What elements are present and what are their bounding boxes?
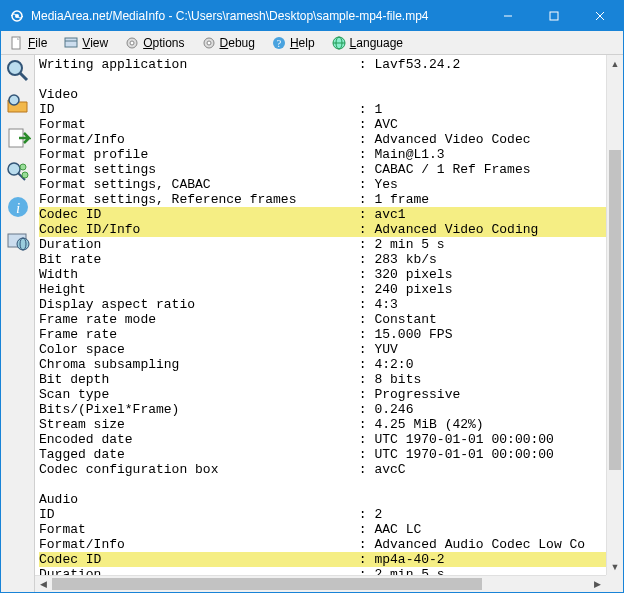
scrollbar-corner — [606, 575, 623, 592]
info-row: Bit depth : 8 bits — [39, 372, 623, 387]
menu-debug-label: Debug — [220, 36, 255, 50]
menu-help-label: Help — [290, 36, 315, 50]
svg-rect-7 — [65, 38, 77, 47]
info-row: Color space : YUV — [39, 342, 623, 357]
svg-text:i: i — [15, 200, 19, 216]
sidebar-open-folder-button[interactable] — [4, 91, 32, 119]
menu-debug[interactable]: Debug — [197, 33, 259, 53]
window-titlebar: MediaArea.net/MediaInfo - C:\Users\rames… — [1, 1, 623, 31]
info-row: Bits/(Pixel*Frame) : 0.246 — [39, 402, 623, 417]
svg-point-20 — [9, 95, 19, 105]
info-row: Codec ID/Info : Advanced Video Coding — [39, 222, 623, 237]
sidebar-about-button[interactable]: i — [4, 193, 32, 221]
window-buttons — [485, 1, 623, 31]
file-icon — [9, 35, 25, 51]
info-row: Duration : 2 min 5 s — [39, 237, 623, 252]
info-row: Frame rate : 15.000 FPS — [39, 327, 623, 342]
menu-options[interactable]: Options — [120, 33, 188, 53]
svg-point-24 — [20, 164, 26, 170]
maximize-button[interactable] — [531, 1, 577, 31]
info-row: Writing application : Lavf53.24.2 — [39, 57, 623, 72]
info-row: Format : AVC — [39, 117, 623, 132]
info-row — [39, 477, 623, 492]
sidebar-website-button[interactable] — [4, 227, 32, 255]
menu-view-label: View — [82, 36, 108, 50]
info-row: Display aspect ratio : 4:3 — [39, 297, 623, 312]
menu-view[interactable]: View — [59, 33, 112, 53]
sidebar-export-button[interactable] — [4, 125, 32, 153]
window-title: MediaArea.net/MediaInfo - C:\Users\rames… — [31, 9, 485, 23]
menu-file-label: File — [28, 36, 47, 50]
info-row: Format settings : CABAC / 1 Ref Frames — [39, 162, 623, 177]
svg-point-29 — [17, 238, 29, 250]
info-row: Format/Info : Advanced Audio Codec Low C… — [39, 537, 623, 552]
info-row: ID : 1 — [39, 102, 623, 117]
sidebar-open-file-button[interactable] — [4, 57, 32, 85]
scroll-up-arrow-icon[interactable]: ▲ — [607, 55, 623, 72]
info-row: ID : 2 — [39, 507, 623, 522]
view-icon — [63, 35, 79, 51]
info-row: Codec configuration box : avcC — [39, 462, 623, 477]
info-row: Scan type : Progressive — [39, 387, 623, 402]
media-info-text[interactable]: Writing application : Lavf53.24.2 VideoI… — [35, 55, 623, 592]
info-row: Audio — [39, 492, 623, 507]
svg-line-19 — [20, 73, 27, 80]
info-row: Format profile : Main@L1.3 — [39, 147, 623, 162]
menu-file[interactable]: File — [5, 33, 51, 53]
sidebar-options-button[interactable] — [4, 159, 32, 187]
info-row: Format settings, CABAC : Yes — [39, 177, 623, 192]
options-icon — [124, 35, 140, 51]
svg-text:?: ? — [277, 38, 282, 49]
scroll-left-arrow-icon[interactable]: ◀ — [35, 576, 52, 592]
horizontal-scroll-thumb[interactable] — [52, 578, 482, 590]
help-icon: ? — [271, 35, 287, 51]
scroll-down-arrow-icon[interactable]: ▼ — [607, 558, 623, 575]
info-row: Codec ID : mp4a-40-2 — [39, 552, 623, 567]
app-icon — [9, 8, 25, 24]
language-icon — [331, 35, 347, 51]
svg-rect-3 — [550, 12, 558, 20]
horizontal-scrollbar[interactable]: ◀ ▶ — [35, 575, 606, 592]
info-row: Width : 320 pixels — [39, 267, 623, 282]
menu-language-label: Language — [350, 36, 403, 50]
info-row: Video — [39, 87, 623, 102]
info-row: Format : AAC LC — [39, 522, 623, 537]
menubar: File View Options Debug ? Help Language — [1, 31, 623, 55]
vertical-scroll-thumb[interactable] — [609, 150, 621, 470]
menu-help[interactable]: ? Help — [267, 33, 319, 53]
info-row: Chroma subsampling : 4:2:0 — [39, 357, 623, 372]
info-row: Bit rate : 283 kb/s — [39, 252, 623, 267]
info-row — [39, 72, 623, 87]
info-row: Format/Info : Advanced Video Codec — [39, 132, 623, 147]
info-row: Codec ID : avc1 — [39, 207, 623, 222]
info-row: Tagged date : UTC 1970-01-01 00:00:00 — [39, 447, 623, 462]
minimize-button[interactable] — [485, 1, 531, 31]
info-row: Stream size : 4.25 MiB (42%) — [39, 417, 623, 432]
scroll-right-arrow-icon[interactable]: ▶ — [589, 576, 606, 592]
info-row: Height : 240 pixels — [39, 282, 623, 297]
close-button[interactable] — [577, 1, 623, 31]
svg-point-18 — [8, 61, 22, 75]
sidebar-toolbar: i — [1, 55, 35, 592]
svg-point-25 — [22, 172, 28, 178]
svg-point-12 — [207, 41, 211, 45]
menu-options-label: Options — [143, 36, 184, 50]
vertical-scrollbar[interactable]: ▲ ▼ — [606, 55, 623, 575]
svg-point-10 — [130, 41, 134, 45]
info-row: Frame rate mode : Constant — [39, 312, 623, 327]
info-row: Format settings, Reference frames : 1 fr… — [39, 192, 623, 207]
debug-icon — [201, 35, 217, 51]
info-row: Encoded date : UTC 1970-01-01 00:00:00 — [39, 432, 623, 447]
menu-language[interactable]: Language — [327, 33, 407, 53]
